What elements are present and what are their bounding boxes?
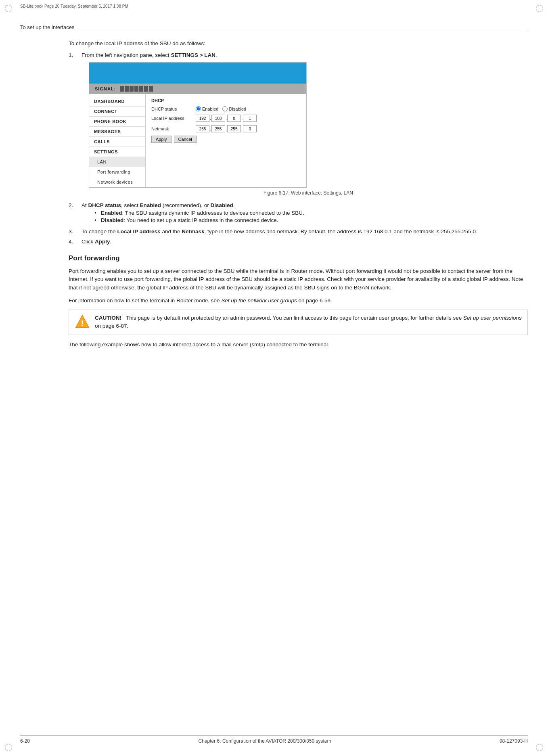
step-2-num: 2. (69, 202, 78, 224)
nav-lan[interactable]: LAN (89, 157, 145, 167)
netmask-field-4[interactable] (243, 125, 257, 132)
dhcp-status-row: DHCP status Enabled Disabled (151, 106, 301, 111)
dhcp-radio-group: Enabled Disabled (196, 106, 246, 111)
section-para2: For information on how to set the termin… (69, 297, 528, 305)
step-1: 1. From the left navigation pane, select… (69, 52, 528, 58)
netmask-field-2[interactable] (211, 125, 225, 132)
caution-text: CAUTION! This page is by default not pro… (95, 314, 522, 331)
nav-phonebook[interactable]: PHONE BOOK (89, 117, 145, 127)
step-4: 4. Click Apply. (69, 239, 528, 245)
corner-mark-tr (536, 5, 543, 12)
dhcp-status-label: DHCP status (151, 107, 196, 111)
local-ip-fields: . . . (196, 115, 257, 122)
page-header: To set up the interfaces (20, 24, 528, 36)
ui-signal-bar: SIGNAL: (89, 84, 306, 94)
ip-field-3[interactable] (227, 115, 241, 122)
dhcp-title: DHCP (151, 98, 301, 103)
section-para1: Port forwarding enables you to set up a … (69, 267, 528, 292)
section-heading: Port forwarding (69, 254, 528, 262)
signal-block-6 (144, 86, 148, 92)
netmask-fields: . . . (196, 125, 257, 132)
step-3-content: To change the Local IP address and the N… (82, 228, 477, 235)
local-ip-label: Local IP address (151, 116, 196, 121)
nav-settings[interactable]: SETTINGS (89, 147, 145, 157)
nav-calls[interactable]: CALLS (89, 137, 145, 147)
dhcp-enabled-input[interactable] (196, 106, 201, 111)
page-footer: 6-20 Chapter 6: Configuration of the AVI… (20, 735, 528, 744)
step-4-num: 4. (69, 239, 78, 245)
ui-body: DASHBOARD CONNECT PHONE BOOK MESSAGES CA… (89, 94, 306, 187)
signal-block-4 (134, 86, 138, 92)
figure-caption: Figure 6-17: Web interface: Settings, LA… (89, 190, 528, 196)
ui-mockup: SIGNAL: DASHBOARD CONNECT PHONE BOOK MES… (89, 62, 307, 188)
signal-block-7 (149, 86, 153, 92)
corner-mark-bl (5, 744, 12, 751)
ip-field-4[interactable] (243, 115, 257, 122)
caution-box: ! CAUTION! This page is by default not p… (69, 310, 528, 335)
main-content: To change the local IP address of the SB… (20, 40, 528, 354)
step-4-content: Click Apply. (82, 239, 111, 245)
ip-field-1[interactable] (196, 115, 209, 122)
dhcp-buttons: Apply Cancel (151, 136, 301, 143)
corner-mark-tl (5, 5, 12, 12)
step-1-content: From the left navigation pane, select SE… (82, 52, 217, 58)
intro-paragraph: To change the local IP address of the SB… (69, 40, 528, 46)
bullet-dot-2: • (94, 217, 98, 223)
bullet-enabled: • Enabled: The SBU assigns dynamic IP ad… (94, 210, 304, 216)
ip-field-2[interactable] (211, 115, 225, 122)
signal-block-3 (130, 86, 134, 92)
top-bar-text: SB-Lite.book Page 20 Tuesday, September … (20, 4, 128, 8)
step-1-num: 1. (69, 52, 78, 58)
local-ip-row: Local IP address . . . (151, 115, 301, 122)
bullet-dot-1: • (94, 210, 98, 216)
ui-signal-blocks (120, 86, 153, 92)
nav-messages[interactable]: MESSAGES (89, 127, 145, 137)
bullet-disabled: • Disabled: You need to set up a static … (94, 217, 304, 223)
apply-button[interactable]: Apply (151, 136, 172, 143)
page-header-title: To set up the interfaces (20, 24, 528, 32)
netmask-field-1[interactable] (196, 125, 209, 132)
signal-block-5 (139, 86, 143, 92)
dhcp-disabled-label: Disabled (229, 107, 246, 111)
nav-network-devices[interactable]: Network devices (89, 177, 145, 187)
dhcp-enabled-label: Enabled (202, 107, 218, 111)
step-2: 2. At DHCP status, select Enabled (recom… (69, 202, 528, 224)
step-2-bullets: • Enabled: The SBU assigns dynamic IP ad… (94, 210, 304, 223)
bullet-disabled-text: Disabled: You need to set up a static IP… (101, 217, 278, 223)
netmask-label: Netmask (151, 126, 196, 131)
signal-block-1 (120, 86, 124, 92)
footer-right: 98-127093-H (500, 738, 528, 744)
footer-left: 6-20 (20, 738, 30, 744)
ui-main-panel: DHCP DHCP status Enabled Disabled (146, 94, 306, 187)
bullet-enabled-text: Enabled: The SBU assigns dynamic IP addr… (101, 210, 304, 216)
steps-list: 1. From the left navigation pane, select… (69, 52, 528, 58)
step-3: 3. To change the Local IP address and th… (69, 228, 528, 235)
step-2-content: At DHCP status, select Enabled (recommen… (82, 202, 304, 224)
netmask-field-3[interactable] (227, 125, 241, 132)
dhcp-disabled-radio[interactable]: Disabled (222, 106, 246, 111)
ui-signal-label: SIGNAL: (95, 86, 116, 91)
footer-center: Chapter 6: Configuration of the AVIATOR … (199, 738, 331, 744)
step-3-num: 3. (69, 228, 78, 235)
nav-port-forwarding[interactable]: Port forwarding (89, 167, 145, 177)
nav-dashboard[interactable]: DASHBOARD (89, 96, 145, 107)
netmask-row: Netmask . . . (151, 125, 301, 132)
caution-icon: ! (75, 314, 90, 329)
dhcp-disabled-input[interactable] (222, 106, 228, 111)
steps-list-2: 2. At DHCP status, select Enabled (recom… (69, 202, 528, 245)
dhcp-enabled-radio[interactable]: Enabled (196, 106, 218, 111)
corner-mark-br (536, 744, 543, 751)
svg-text:!: ! (81, 319, 84, 327)
section-para3: The following example shows how to allow… (69, 341, 528, 349)
nav-connect[interactable]: CONNECT (89, 107, 145, 117)
ui-nav: DASHBOARD CONNECT PHONE BOOK MESSAGES CA… (89, 94, 146, 187)
ui-top-bar (89, 63, 306, 84)
cancel-button[interactable]: Cancel (174, 136, 197, 143)
signal-block-2 (125, 86, 129, 92)
